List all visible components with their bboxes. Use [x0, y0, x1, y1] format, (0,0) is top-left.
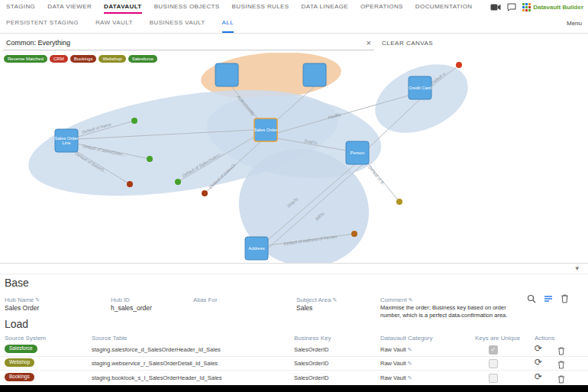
business-key-value: SalesOrderID [294, 346, 328, 353]
edit-category-icon[interactable]: ✎ [408, 347, 412, 352]
hub-name-label: Hub Name✎ [5, 296, 40, 303]
clear-filter-icon[interactable]: × [367, 39, 371, 47]
business-key-value: SalesOrderID [294, 374, 328, 381]
video-camera-icon[interactable] [490, 4, 501, 11]
panel-divider-2 [0, 274, 588, 274]
clear-canvas-button[interactable]: CLEAR CANVAS [382, 40, 433, 47]
edit-category-icon[interactable]: ✎ [408, 361, 412, 366]
tab-all[interactable]: ALL [222, 14, 234, 33]
satellite-dot[interactable] [175, 179, 181, 185]
col-source-table: Source Table [92, 335, 128, 342]
load-section-title: Load [5, 318, 28, 330]
edit-hub-name-icon[interactable]: ✎ [35, 297, 40, 303]
datavault-model-canvas[interactable]: Default of NameDefault of SalesOrder...D… [0, 53, 588, 263]
edit-comment-icon[interactable]: ✎ [409, 297, 413, 303]
category-text: Raw Vault [380, 360, 406, 367]
hub-name-label-text: Hub Name [5, 296, 34, 303]
col-actions: Actions [535, 335, 554, 342]
col-business-key: Business Key [294, 335, 331, 342]
filter-value: Common: Everything [6, 39, 70, 47]
delete-hub-icon[interactable] [561, 294, 569, 303]
reload-icon[interactable]: ⟳ [535, 357, 542, 368]
legend-pill-crm[interactable]: CRM [50, 55, 68, 63]
tab-data-lineage[interactable]: DATA LINEAGE [302, 0, 348, 14]
subject-area-label: Subject Area✎ [296, 296, 337, 303]
keys-unique-checkbox[interactable] [489, 359, 498, 368]
menu-button[interactable]: Menu [567, 20, 582, 27]
business-key-value: SalesOrderID [294, 360, 328, 367]
legend-pill-salesforce[interactable]: Salesforce [128, 55, 157, 63]
tab-business-objects[interactable]: BUSINESS OBJECTS [154, 0, 220, 14]
edit-category-icon[interactable]: ✎ [408, 375, 412, 381]
satellite-dot[interactable] [202, 190, 208, 196]
source-table-value: staging.booklook_s_I_SalesOrderHeader_Id… [92, 374, 222, 381]
tab-business-rules[interactable]: BUSINESS RULES [232, 0, 289, 14]
load-row-webshop: Webshop staging.webservice_r_SalesOrderD… [0, 357, 588, 371]
chat-icon[interactable] [507, 3, 516, 11]
search-icon[interactable] [527, 294, 536, 303]
logo-text: Datavault Builder [533, 4, 583, 11]
tab-operations[interactable]: OPERATIONS [360, 0, 403, 14]
source-table-value: staging.webservice_r_SalesOrderDetail_Id… [92, 360, 218, 367]
hub-id-value: h_sales_order [111, 304, 152, 312]
tab-business-vault[interactable]: BUSINESS VAULT [150, 14, 205, 33]
tab-staging[interactable]: STAGING [6, 0, 35, 14]
category-text: Raw Vault [380, 374, 406, 381]
edge-label: Default of B... [367, 165, 387, 188]
reload-icon[interactable]: ⟳ [535, 371, 542, 382]
app-window: STAGING DATA VIEWER DATAVAULT BUSINESS O… [0, 0, 588, 392]
graph-node[interactable] [215, 63, 238, 86]
legend-pill-bookings[interactable]: Bookings [70, 55, 97, 63]
tab-documentation[interactable]: DOCUMENTATION [415, 0, 473, 14]
hub-id-label: Hub ID [111, 296, 130, 303]
panel-divider [0, 263, 588, 264]
graph-node[interactable] [303, 63, 326, 86]
satellite-dot[interactable] [456, 62, 462, 68]
legend-pill-reverse-matched[interactable]: Reverse Matched [4, 55, 47, 63]
list-icon[interactable] [544, 294, 553, 303]
row-divider [0, 370, 588, 371]
comment-label: Comment✎ [380, 296, 413, 303]
tab-raw-vault[interactable]: RAW VAULT [95, 14, 133, 33]
hub-name-value: Sales Order [5, 304, 39, 312]
source-system-badge: Webshop [5, 358, 34, 367]
satellite-dot[interactable] [127, 181, 133, 187]
subject-area-label-text: Subject Area [296, 296, 331, 303]
top-right-controls: Datavault Builder [490, 0, 583, 14]
tab-data-viewer[interactable]: DATA VIEWER [47, 0, 92, 14]
satellite-dot[interactable] [147, 156, 153, 162]
category-text: Raw Vault [380, 346, 406, 353]
satellite-dot[interactable] [396, 199, 402, 205]
base-section-title: Base [5, 277, 29, 289]
window-bottom-bar [0, 385, 588, 392]
legend-pill-webshop[interactable]: Webshop [99, 55, 125, 63]
keys-unique-checkbox[interactable] [489, 345, 498, 355]
col-datavault-category: Datavault Category [380, 335, 432, 342]
satellite-dot[interactable] [131, 118, 137, 124]
subject-area-value: Sales [296, 304, 312, 312]
comment-value: Maximise the order; Business key based o… [380, 304, 527, 319]
sub-tab-bar: PERSISTENT STAGING RAW VAULT BUSINESS VA… [0, 14, 588, 34]
graph-node-label: Sales Order [254, 128, 278, 132]
edit-subject-area-icon[interactable]: ✎ [332, 297, 337, 303]
source-table-value: staging.salesforce_d_SalesOrderHeader_Id… [92, 346, 221, 353]
reload-icon[interactable]: ⟳ [535, 343, 542, 354]
logo-icon [522, 3, 531, 11]
datavault-builder-logo: Datavault Builder [522, 3, 583, 11]
col-keys-unique: Keys are Unique [475, 335, 520, 342]
satellite-dot[interactable] [351, 231, 357, 237]
tab-persistent-staging[interactable]: PERSISTENT STAGING [6, 14, 79, 33]
filter-input[interactable]: Common: Everything × [3, 36, 374, 50]
datavault-category-value: Raw Vault✎ [380, 374, 412, 381]
collapse-panel-icon[interactable]: ▾ [575, 264, 579, 272]
source-system-badge: Bookings [5, 373, 34, 381]
col-source-system: Source System [5, 335, 46, 342]
tab-datavault[interactable]: DATAVAULT [104, 0, 142, 14]
base-actions [527, 294, 569, 303]
keys-unique-checkbox[interactable] [489, 374, 498, 383]
load-row-salesforce: Salesforce staging.salesforce_d_SalesOrd… [0, 343, 588, 357]
graph-node-label: Address [248, 246, 264, 251]
comment-label-text: Comment [380, 296, 407, 303]
load-row-bookings: Bookings staging.booklook_s_I_SalesOrder… [0, 371, 588, 385]
datavault-category-value: Raw Vault✎ [380, 346, 412, 353]
